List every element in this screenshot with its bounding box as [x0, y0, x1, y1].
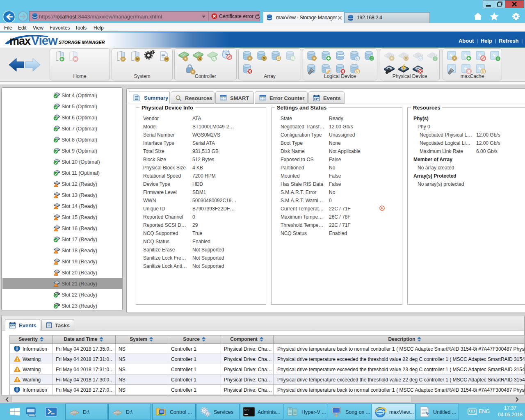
svg-text:max: max: [9, 35, 31, 47]
svg-text:C:\—: C:\—: [244, 409, 251, 411]
svg-text:01: 01: [371, 58, 373, 60]
svg-text:View: View: [31, 34, 58, 47]
svg-text:STORAGE MANAGER: STORAGE MANAGER: [59, 40, 105, 45]
svg-text:01: 01: [434, 59, 436, 61]
svg-text:01: 01: [497, 59, 499, 61]
